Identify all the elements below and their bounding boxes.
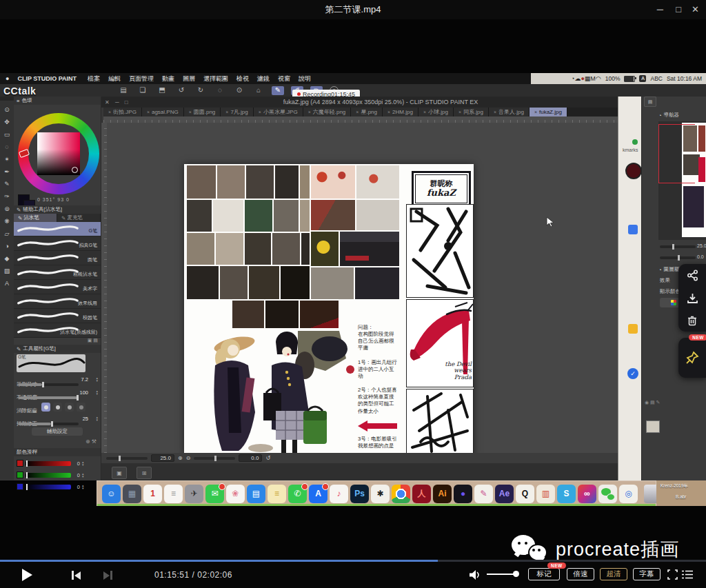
- download-button[interactable]: [678, 287, 706, 310]
- tp-corner-icons[interactable]: ▣ ▤: [88, 338, 98, 343]
- wand-tool-icon[interactable]: ✶: [4, 154, 10, 164]
- tp-footer-icons[interactable]: ⊕ ⚒: [85, 438, 97, 445]
- document-tab[interactable]: × 星.png: [351, 108, 383, 116]
- subtitle-button[interactable]: 字幕: [633, 568, 660, 580]
- menubar-item[interactable]: 檔案: [88, 75, 100, 82]
- grid-button[interactable]: ⊞: [137, 467, 152, 479]
- aa-weak-button[interactable]: [53, 403, 62, 412]
- paint-app-dock-icon[interactable]: ✎: [474, 485, 493, 503]
- blue-bookmark-icon[interactable]: [628, 225, 638, 234]
- stats-dock-icon[interactable]: ▥: [536, 485, 555, 503]
- menubar-item[interactable]: 視窗: [278, 75, 290, 82]
- document-tab[interactable]: × 7凡.jpg: [221, 108, 253, 116]
- menubar-item[interactable]: 編輯: [108, 75, 121, 82]
- text-tool-icon[interactable]: A: [5, 278, 9, 288]
- new-canvas-icon[interactable]: ▤: [117, 86, 130, 95]
- selection-tool-icon[interactable]: ▭: [4, 130, 10, 139]
- fullscreen-button[interactable]: [667, 569, 678, 580]
- panel-more-icon[interactable]: ≡: [17, 98, 19, 104]
- speed-button[interactable]: 倍速: [567, 568, 594, 580]
- tab-close-icon[interactable]: ×: [356, 110, 359, 114]
- pen-mode-icon[interactable]: ✎: [272, 86, 284, 95]
- zoom-out-icon[interactable]: ⊖: [186, 455, 191, 461]
- ime-key-icon[interactable]: A: [639, 75, 646, 82]
- next-button[interactable]: [103, 571, 112, 580]
- tab-close-icon[interactable]: ×: [225, 110, 228, 114]
- brush-item[interactable]: G笔: [14, 222, 101, 236]
- menubar-item[interactable]: 圖層: [183, 75, 195, 82]
- appstore-dock-icon[interactable]: A: [309, 485, 327, 503]
- zoom-slider[interactable]: [106, 457, 148, 460]
- redo-icon[interactable]: ↻: [194, 86, 207, 95]
- menubar-item[interactable]: 檢視: [236, 75, 249, 82]
- calendar-dock-icon[interactable]: 1: [143, 485, 162, 503]
- doc-window-buttons[interactable]: ✕ ─ □: [105, 99, 130, 105]
- acrobat-dock-icon[interactable]: 人: [412, 485, 431, 503]
- tab-close-icon[interactable]: ×: [458, 110, 461, 114]
- menubar-item[interactable]: 動畫: [162, 75, 174, 82]
- trash-button[interactable]: [678, 310, 706, 332]
- zoom-tool-icon[interactable]: ⊙: [4, 105, 10, 114]
- chrome-dock-icon[interactable]: [392, 485, 410, 503]
- wifi-icon[interactable]: ◠: [596, 75, 601, 82]
- brush-tool-icon[interactable]: ✑: [4, 192, 10, 201]
- yellow-bookmark-icon[interactable]: [628, 324, 638, 334]
- document-tab[interactable]: × 小球.jpg: [418, 108, 454, 116]
- brush-item[interactable]: 校园笔: [14, 309, 101, 323]
- music-dock-icon[interactable]: ♪: [330, 485, 348, 503]
- desktop-file-label[interactable]: Krenz-2019年: [660, 483, 688, 489]
- document-tab[interactable]: × agsal.PNG: [142, 108, 184, 116]
- tab-close-icon[interactable]: ×: [308, 110, 311, 114]
- wechat-dock-icon[interactable]: [598, 485, 617, 503]
- brush-item[interactable]: 粗糙沾水笔: [14, 265, 101, 280]
- brush-size-row[interactable]: 筆刷尺寸 7.2 ▴▾: [17, 376, 98, 388]
- apple-menu-icon[interactable]: ●: [6, 75, 9, 82]
- tab-close-icon[interactable]: ×: [259, 110, 261, 114]
- canvas-page[interactable]: 群昵称 fukaZ: [184, 164, 474, 453]
- document-tab[interactable]: × fukaZ.jpg: [530, 108, 567, 116]
- timeline-button[interactable]: ▣: [112, 467, 127, 479]
- aa-mid-button[interactable]: [65, 403, 74, 412]
- keynote-dock-icon[interactable]: ▤: [247, 485, 265, 503]
- layer-panel-fragment[interactable]: ◉ ▤ ✎: [645, 400, 660, 405]
- document-tab[interactable]: × 街拍.JPG: [103, 108, 142, 116]
- document-tab[interactable]: × 音果人.jpg: [489, 108, 530, 116]
- maximize-button[interactable]: □: [676, 4, 681, 14]
- mark-button[interactable]: 标记: [528, 568, 560, 580]
- share-button[interactable]: [678, 264, 706, 287]
- qq-dock-icon[interactable]: Q: [516, 485, 534, 503]
- document-tab[interactable]: × 同系.jpg: [454, 108, 489, 116]
- facetime-dock-icon[interactable]: ✆: [288, 485, 307, 503]
- zoom-fit-icon[interactable]: ⊙: [233, 86, 245, 95]
- layer-thumbnail[interactable]: [646, 420, 660, 433]
- photoshop-dock-icon[interactable]: Ps: [350, 485, 369, 503]
- pencil-tool-icon[interactable]: ✎: [4, 179, 10, 189]
- creativecloud-dock-icon[interactable]: ∞: [578, 485, 596, 503]
- aa-strong-button[interactable]: [77, 403, 85, 412]
- reminders-dock-icon[interactable]: ≡: [164, 485, 183, 503]
- blue-channel-slider[interactable]: 0 ▴▾: [17, 482, 98, 491]
- skype-dock-icon[interactable]: S: [557, 485, 576, 503]
- eraser-tool-icon[interactable]: ▱: [5, 229, 10, 239]
- desktop-file-label[interactable]: B.abr: [676, 494, 687, 499]
- previous-button[interactable]: [72, 571, 81, 580]
- ime-label[interactable]: ABC: [650, 75, 662, 82]
- check-badge-icon[interactable]: ✓: [627, 368, 638, 379]
- detail-settings-button[interactable]: 輔助設定: [32, 427, 83, 436]
- pin-icon[interactable]: [685, 351, 699, 365]
- avatar[interactable]: [625, 163, 642, 179]
- playlist-button[interactable]: [682, 570, 693, 579]
- undo-icon[interactable]: ↺: [175, 86, 188, 95]
- zoom-value[interactable]: 25.0: [151, 454, 174, 462]
- fill-tool-icon[interactable]: ◆: [5, 254, 10, 263]
- reset-view-icon[interactable]: ↺: [265, 455, 270, 461]
- play-button[interactable]: [22, 569, 32, 581]
- close-button[interactable]: ✕: [692, 4, 699, 14]
- tab-close-icon[interactable]: ×: [147, 110, 150, 114]
- rotation-value[interactable]: 0.0: [239, 454, 262, 462]
- document-tab[interactable]: × 六魔年轻.png: [303, 108, 352, 116]
- photos-dark-dock-icon[interactable]: ▦: [123, 485, 141, 503]
- minimize-button[interactable]: ─: [657, 4, 663, 14]
- brush-item[interactable]: 沾水笔(质感残留): [14, 323, 101, 338]
- brush-item[interactable]: 拟真G笔: [14, 236, 101, 251]
